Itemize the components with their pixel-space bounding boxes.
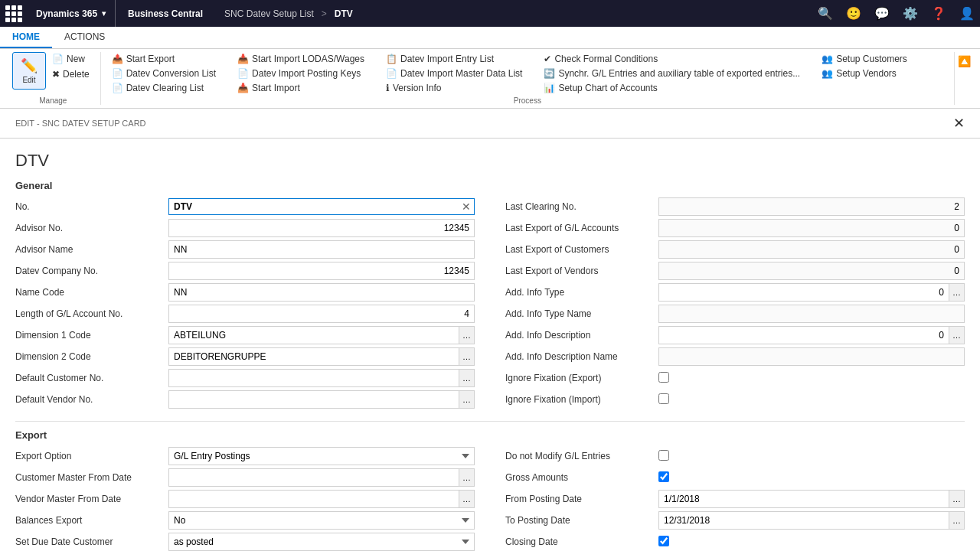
length-gl-input[interactable] [168,305,475,323]
last-export-gl-input[interactable] [658,219,965,237]
to-posting-date-picker-button[interactable]: … [949,511,965,530]
ribbon-tabs: HOME ACTIONS [0,27,980,49]
edit-label: Edit [22,76,35,84]
add-info-type-lookup-button[interactable]: … [949,283,965,302]
start-import-lodas-button[interactable]: 📥Start Import LODAS/Wages [233,52,369,66]
vendor-master-label: Vendor Master From Date [15,494,168,504]
advisor-no-field-row: Advisor No. [15,219,475,237]
name-code-input[interactable] [168,283,475,302]
datev-company-no-input[interactable] [168,262,475,280]
add-info-type-input[interactable] [658,283,949,302]
dynamics365-link[interactable]: Dynamics 365 ▾ [27,0,116,27]
add-info-desc-container: … [658,326,965,344]
datev-master-data-button[interactable]: 📄Datev Import Master Data List [381,67,527,80]
default-customer-label: Default Customer No. [15,373,168,383]
edit-button[interactable]: ✏️ Edit [12,52,46,90]
customer-master-lookup-button[interactable]: … [459,468,475,487]
advisor-name-input[interactable] [168,240,475,259]
advisor-no-input[interactable] [168,219,475,237]
closing-date-checkbox[interactable] [658,536,669,546]
ribbon-collapse-icon[interactable]: 🔼 [958,55,971,67]
default-customer-input[interactable] [168,369,459,387]
from-posting-date-control: … [658,490,965,508]
export-option-label: Export Option [15,451,168,461]
ignore-fixation-import-checkbox[interactable] [658,393,669,404]
last-export-customers-control [658,240,965,259]
check-formal-button[interactable]: ✔Check Formal Conditions [539,52,805,66]
close-button[interactable]: ✕ [953,115,965,132]
synchr-gl-button[interactable]: 🔄Synchr. G/L Entries and auxiliary table… [539,67,805,80]
add-info-type-name-input[interactable] [658,305,965,323]
no-clear-button[interactable]: ✕ [459,199,474,214]
version-info-button[interactable]: ℹVersion Info [381,81,527,95]
setup-vendors-button[interactable]: 👥Setup Vendors [817,67,912,80]
default-vendor-lookup-button[interactable]: … [459,390,475,409]
help-icon[interactable]: ❓ [925,0,952,27]
from-posting-date-input[interactable] [658,490,949,508]
last-clearing-input[interactable] [658,197,965,216]
breadcrumb-item1[interactable]: SNC Datev Setup List [224,8,314,19]
datev-clearing-button[interactable]: 📄Datev Clearing List [107,81,220,95]
datev-import-entry-button[interactable]: 📋Datev Import Entry List [381,52,527,66]
vendor-master-lookup-button[interactable]: … [459,490,475,508]
balances-export-control: No [168,511,475,530]
export-option-select[interactable]: G/L Entry Postings [168,447,475,465]
default-vendor-input[interactable] [168,390,459,409]
do-not-modify-checkbox[interactable] [658,450,669,461]
gross-amounts-checkbox[interactable] [658,471,669,482]
from-posting-date-picker-button[interactable]: … [949,490,965,508]
to-posting-date-input[interactable] [658,511,949,530]
user-icon[interactable]: 👤 [953,0,980,27]
no-input[interactable] [169,199,459,214]
last-export-customers-input[interactable] [658,240,965,259]
add-info-desc-lookup-button[interactable]: … [949,326,965,344]
datev-posting-keys-button[interactable]: 📄Datev Import Posting Keys [233,67,369,80]
balances-export-select[interactable]: No [168,511,475,530]
name-code-field-row: Name Code [15,283,475,302]
new-button[interactable]: 📄 New [47,52,94,66]
datev-conversion-button[interactable]: 📄Datev Conversion List [107,67,220,80]
from-posting-date-container: … [658,490,965,508]
ignore-fixation-import-field-row: Ignore Fixation (Import) [505,390,965,409]
default-customer-lookup-button[interactable]: … [459,369,475,387]
export-form-grid: Export Option G/L Entry Postings Custome… [15,447,965,551]
customer-master-input[interactable] [168,468,459,487]
delete-button[interactable]: ✖ Delete [47,67,94,81]
ignore-fixation-export-checkbox[interactable] [658,372,669,383]
add-info-desc-name-label: Add. Info Description Name [505,351,658,362]
dimension1-lookup-button[interactable]: … [459,326,475,344]
process-label: Process [107,96,948,105]
top-nav-icons: 🔍 🙂 💬 ⚙️ ❓ 👤 [812,0,980,27]
general-form-grid: No. ✕ Advisor No. Advisor Name [15,197,965,412]
process-items: 📤Start Export 📥Start Import LODAS/Wages … [107,52,912,95]
tab-actions[interactable]: ACTIONS [52,27,117,48]
setup-customers-button[interactable]: 👥Setup Customers [817,52,912,66]
dimension2-input[interactable] [168,347,459,366]
last-export-vendors-input[interactable] [658,262,965,280]
name-code-label: Name Code [15,287,168,298]
last-export-vendors-control [658,262,965,280]
waffle-menu[interactable] [0,0,27,27]
add-info-type-name-label: Add. Info Type Name [505,308,658,319]
setup-chart-button[interactable]: 📊Setup Chart of Accounts [539,81,805,95]
add-info-desc-name-input[interactable] [658,347,965,366]
dimension2-lookup-button[interactable]: … [459,347,475,366]
add-info-desc-input[interactable] [658,326,949,344]
start-import-button[interactable]: 📥Start Import [233,81,369,95]
general-right: Last Clearing No. Last Export of G/L Acc… [505,197,965,412]
search-icon[interactable]: 🔍 [812,0,838,27]
dimension1-input[interactable] [168,326,459,344]
chat-icon[interactable]: 💬 [868,0,895,27]
set-due-date-customer-select[interactable]: as posted [168,533,475,551]
settings-icon[interactable]: ⚙️ [897,0,923,27]
last-export-customers-label: Last Export of Customers [505,244,658,255]
tab-home[interactable]: HOME [0,27,52,48]
no-field-row: No. ✕ [15,197,475,216]
dimension2-field-row: Dimension 2 Code … [15,347,475,366]
default-customer-container: … [168,369,475,387]
add-info-type-label: Add. Info Type [505,287,658,298]
start-export-button[interactable]: 📤Start Export [107,52,220,66]
smiley-icon[interactable]: 🙂 [840,0,867,27]
vendor-master-input[interactable] [168,490,459,508]
ignore-fixation-export-field-row: Ignore Fixation (Export) [505,369,965,387]
